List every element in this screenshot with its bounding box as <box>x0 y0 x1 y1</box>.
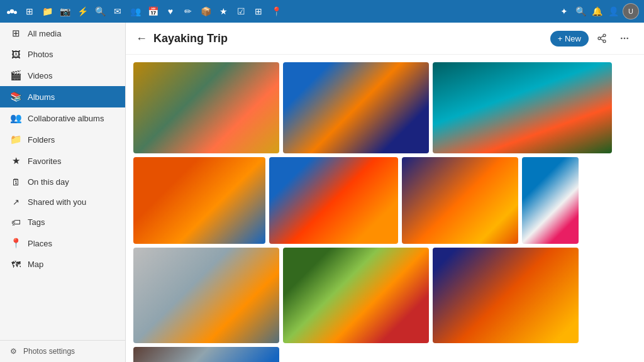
calendar-icon[interactable]: 📅 <box>146 4 160 18</box>
photo-3-3[interactable] <box>433 248 579 343</box>
sidebar-label-on-this-day: On this day <box>28 177 69 187</box>
settings-label: Photos settings <box>23 347 75 356</box>
main-layout: ⊞ All media 🖼 Photos 🎬 Videos 📚 Albums 👥… <box>0 23 644 362</box>
files-icon[interactable]: 📁 <box>40 4 54 18</box>
heart-icon[interactable]: ♥ <box>164 4 177 18</box>
sidebar: ⊞ All media 🖼 Photos 🎬 Videos 📚 Albums 👥… <box>0 23 126 362</box>
shared-icon: ↗ <box>10 197 21 207</box>
notifications-icon[interactable]: 🔔 <box>590 4 604 18</box>
top-navbar: ⊞ 📁 📷 ⚡ 🔍 ✉ 👥 📅 ♥ ✏ 📦 ★ ☑ ⊞ 📍 ✦ 🔍 🔔 👤 U <box>0 0 644 23</box>
videos-icon: 🎬 <box>10 70 21 81</box>
albums-icon: 📚 <box>10 91 21 102</box>
sidebar-item-shared-with-you[interactable]: ↗ Shared with you <box>0 192 125 212</box>
photo-3-2[interactable] <box>283 248 429 343</box>
svg-point-8 <box>621 38 623 40</box>
sidebar-bottom: ⚙ Photos settings <box>0 340 125 362</box>
nextcloud-logo-icon[interactable] <box>5 4 19 18</box>
contacts-menu-icon[interactable]: 👤 <box>606 4 620 18</box>
photo-2-1[interactable] <box>133 157 265 244</box>
photo-row-3 <box>133 248 636 343</box>
svg-point-0 <box>10 9 14 13</box>
page-title: Kayaking Trip <box>153 32 544 45</box>
photos-icon: 🖼 <box>10 49 21 60</box>
mail-icon[interactable]: ✉ <box>111 4 125 18</box>
photo-4-1[interactable] <box>133 347 279 362</box>
photos-nav-icon[interactable]: 📷 <box>58 4 72 18</box>
on-this-day-icon: 🗓 <box>10 177 21 187</box>
sidebar-label-shared-with-you: Shared with you <box>28 197 86 207</box>
notes-icon[interactable]: ✏ <box>181 4 195 18</box>
collaborative-albums-icon: 👥 <box>10 112 21 124</box>
sidebar-label-tags: Tags <box>28 217 45 227</box>
svg-line-6 <box>601 39 604 41</box>
settings-icon: ⚙ <box>10 347 17 356</box>
photo-2-2[interactable] <box>269 157 398 244</box>
global-search-icon[interactable]: 🔍 <box>574 4 587 18</box>
photo-row-1 <box>133 62 636 153</box>
activity-icon[interactable]: ⚡ <box>75 4 89 18</box>
plus-apps-icon[interactable]: ✦ <box>557 4 571 18</box>
sidebar-label-all-media: All media <box>28 29 61 38</box>
sidebar-item-favorites[interactable]: ★ Favorites <box>0 150 125 172</box>
favorites-icon: ★ <box>10 155 21 167</box>
sidebar-item-map[interactable]: 🗺 Map <box>0 254 125 275</box>
sidebar-label-folders: Folders <box>28 135 55 145</box>
photo-1-1[interactable] <box>133 62 279 153</box>
photo-2-4[interactable] <box>522 157 579 244</box>
svg-point-5 <box>603 40 606 43</box>
search-icon[interactable]: 🔍 <box>93 4 107 18</box>
sidebar-item-on-this-day[interactable]: 🗓 On this day <box>0 172 125 192</box>
svg-point-4 <box>598 37 601 40</box>
sidebar-item-collaborative-albums[interactable]: 👥 Collaborative albums <box>0 107 125 129</box>
sidebar-label-albums: Albums <box>28 92 55 102</box>
photo-1-3[interactable] <box>433 62 612 153</box>
svg-point-1 <box>7 11 10 14</box>
checklist-icon[interactable]: ☑ <box>234 4 248 18</box>
new-button-label: + New <box>558 34 581 43</box>
tables-icon[interactable]: ⊞ <box>252 4 265 18</box>
contacts-icon[interactable]: 👥 <box>128 4 142 18</box>
folders-icon: 📁 <box>10 134 21 145</box>
photo-row-4 <box>133 347 636 362</box>
sidebar-item-videos[interactable]: 🎬 Videos <box>0 65 125 86</box>
svg-point-9 <box>624 38 626 40</box>
content-area: ← Kayaking Trip + New <box>126 23 644 362</box>
svg-point-10 <box>626 38 628 40</box>
content-header: ← Kayaking Trip + New <box>126 23 644 55</box>
sidebar-label-videos: Videos <box>28 71 53 80</box>
bookmarks-icon[interactable]: ★ <box>216 4 230 18</box>
sidebar-label-favorites: Favorites <box>28 156 61 166</box>
maps-icon[interactable]: 📍 <box>269 4 283 18</box>
sidebar-item-folders[interactable]: 📁 Folders <box>0 129 125 150</box>
sidebar-item-albums[interactable]: 📚 Albums <box>0 86 125 107</box>
photos-settings[interactable]: ⚙ Photos settings <box>0 341 125 362</box>
photo-1-2[interactable] <box>283 62 429 153</box>
svg-line-7 <box>601 36 604 38</box>
sidebar-label-map: Map <box>28 260 43 269</box>
places-icon: 📍 <box>10 238 21 249</box>
user-avatar[interactable]: U <box>623 3 639 19</box>
photo-2-3[interactable] <box>402 157 518 244</box>
svg-point-3 <box>603 34 606 36</box>
header-actions: + New <box>550 29 634 48</box>
topbar-right: ✦ 🔍 🔔 👤 U <box>557 3 639 19</box>
sidebar-item-tags[interactable]: 🏷 Tags <box>0 212 125 233</box>
share-button[interactable] <box>592 29 611 48</box>
tasks-icon[interactable]: 📦 <box>199 4 213 18</box>
sidebar-label-photos: Photos <box>28 50 53 59</box>
sidebar-label-places: Places <box>28 239 52 248</box>
photo-grid <box>126 55 644 362</box>
back-button[interactable]: ← <box>136 32 147 45</box>
all-media-icon: ⊞ <box>10 28 21 39</box>
sidebar-item-all-media[interactable]: ⊞ All media <box>0 23 125 44</box>
more-options-button[interactable] <box>615 29 634 48</box>
grid-menu-icon[interactable]: ⊞ <box>23 4 36 18</box>
sidebar-item-places[interactable]: 📍 Places <box>0 233 125 254</box>
sidebar-item-photos[interactable]: 🖼 Photos <box>0 44 125 65</box>
new-button[interactable]: + New <box>550 31 589 47</box>
tags-icon: 🏷 <box>10 217 21 228</box>
map-icon: 🗺 <box>10 259 21 270</box>
sidebar-label-collaborative-albums: Collaborative albums <box>28 114 104 123</box>
photo-3-1[interactable] <box>133 248 279 343</box>
svg-point-2 <box>14 11 17 14</box>
